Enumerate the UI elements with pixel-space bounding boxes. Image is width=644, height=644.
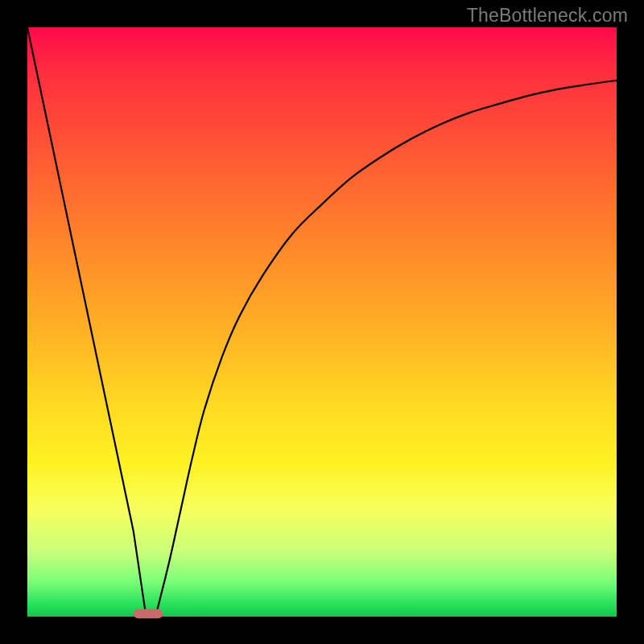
curve-right-branch — [157, 80, 617, 611]
watermark-text: TheBottleneck.com — [467, 5, 628, 27]
curve-left-branch — [27, 27, 145, 611]
plot-area — [27, 27, 617, 617]
recommended-range-pill — [134, 609, 163, 618]
chart-svg — [27, 27, 617, 617]
chart-frame: TheBottleneck.com — [0, 0, 644, 644]
